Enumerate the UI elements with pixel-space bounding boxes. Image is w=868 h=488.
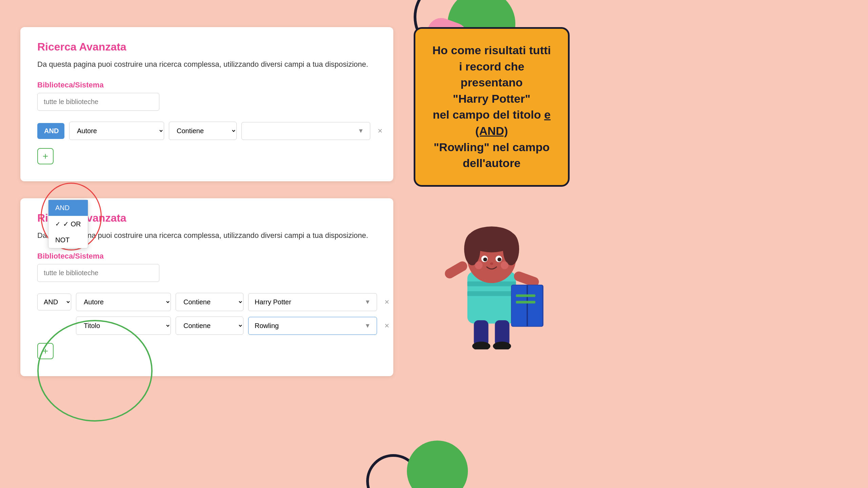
operator-popup-not[interactable]: NOT xyxy=(48,232,88,248)
bottom-search-row-2: Titolo Autore Contiene È uguale a ▼ × xyxy=(37,317,376,335)
top-value-input[interactable] xyxy=(242,122,355,140)
bottom-condition-select-1[interactable]: Contiene È uguale a xyxy=(176,293,243,311)
bottom-panel-description: Da questa pagina puoi costruire una rice… xyxy=(37,230,376,241)
bottom-value-wrapper-2: ▼ xyxy=(248,317,377,335)
operator-popup-or[interactable]: ✓ OR xyxy=(48,216,88,232)
operator-popup-and[interactable]: AND xyxy=(48,200,88,216)
svg-rect-19 xyxy=(516,294,535,297)
left-content: Ricerca Avanzata Da questa pagina puoi c… xyxy=(20,27,393,376)
character-illustration xyxy=(434,207,549,349)
top-value-dropdown-arrow[interactable]: ▼ xyxy=(355,126,367,136)
bottom-remove-button-1[interactable]: × xyxy=(382,296,392,308)
top-search-panel: Ricerca Avanzata Da questa pagina puoi c… xyxy=(20,27,393,181)
svg-point-6 xyxy=(503,233,519,265)
bottom-value-input-1[interactable] xyxy=(249,293,362,311)
top-panel-title: Ricerca Avanzata xyxy=(37,41,376,53)
green-circle-annotation xyxy=(37,320,153,422)
svg-point-10 xyxy=(497,258,501,261)
bottom-value-dropdown-arrow-1[interactable]: ▼ xyxy=(362,297,373,307)
top-library-label: Biblioteca/Sistema xyxy=(37,81,376,89)
top-remove-button[interactable]: × xyxy=(375,125,385,137)
bottom-value-wrapper-1: ▼ xyxy=(248,293,377,311)
top-add-row-button[interactable]: + xyxy=(37,148,54,164)
svg-point-11 xyxy=(475,261,482,269)
svg-rect-20 xyxy=(516,301,535,304)
operator-popup: AND ✓ OR NOT xyxy=(48,200,88,248)
svg-point-13 xyxy=(490,262,493,265)
top-search-row-1: AND Autore Titolo Soggetto Contiene È ug… xyxy=(37,122,376,140)
character-svg xyxy=(434,207,549,349)
main-container: Ricerca Avanzata Da questa pagina puoi c… xyxy=(0,0,868,488)
bottom-search-row-1: AND OR NOT Autore Titolo Contiene È ugua… xyxy=(37,293,376,311)
bottom-value-input-2[interactable] xyxy=(249,317,362,334)
top-library-input[interactable] xyxy=(37,93,159,111)
bottom-field-select-1[interactable]: Autore Titolo xyxy=(76,293,171,311)
bottom-operator-select-1[interactable]: AND OR NOT xyxy=(37,293,71,310)
bottom-library-label: Biblioteca/Sistema xyxy=(37,252,376,261)
top-operator-button[interactable]: AND xyxy=(37,123,64,139)
bottom-library-input[interactable] xyxy=(37,264,159,282)
top-field-select[interactable]: Autore Titolo Soggetto xyxy=(69,122,164,140)
top-condition-select[interactable]: Contiene È uguale a xyxy=(169,122,237,140)
top-search-rows: AND Autore Titolo Soggetto Contiene È ug… xyxy=(37,122,376,164)
svg-point-9 xyxy=(483,258,487,261)
bottom-search-rows: AND OR NOT Autore Titolo Contiene È ugua… xyxy=(37,293,376,359)
bottom-panel-title: Ricerca Avanzata xyxy=(37,212,376,224)
info-box: Ho come risultati tutti i record che pre… xyxy=(414,27,570,187)
bottom-value-dropdown-arrow-2[interactable]: ▼ xyxy=(362,321,373,331)
svg-point-12 xyxy=(501,261,509,269)
right-content: Ho come risultati tutti i record che pre… xyxy=(414,27,570,349)
bottom-add-row-button[interactable]: + xyxy=(37,343,54,359)
bottom-field-select-2[interactable]: Titolo Autore xyxy=(76,317,171,335)
top-panel-description: Da questa pagina puoi costruire una rice… xyxy=(37,59,376,70)
svg-rect-14 xyxy=(443,260,469,280)
bottom-remove-button-2[interactable]: × xyxy=(382,320,392,332)
bottom-condition-select-2[interactable]: Contiene È uguale a xyxy=(176,317,243,335)
svg-point-5 xyxy=(464,233,480,265)
top-value-wrapper: ▼ xyxy=(241,122,370,140)
svg-rect-2 xyxy=(467,291,516,296)
